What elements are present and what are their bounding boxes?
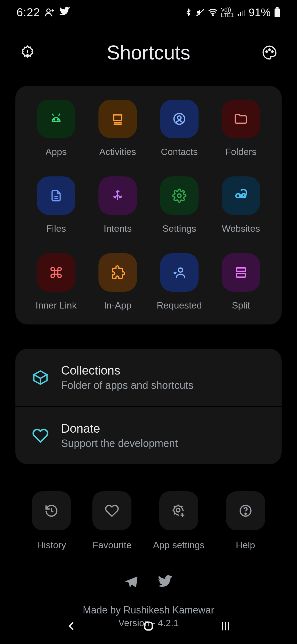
svg-point-12	[269, 49, 270, 51]
stack-icon	[98, 100, 137, 138]
svg-rect-6	[244, 10, 245, 16]
folder-icon	[222, 100, 260, 138]
shortcut-label: Settings	[163, 223, 196, 234]
shortcut-settings[interactable]: Settings	[151, 176, 207, 234]
app-header: Shortcuts	[0, 25, 297, 86]
svg-rect-8	[275, 9, 280, 17]
shortcut-files[interactable]: Files	[28, 176, 84, 234]
shortcut-label: Apps	[45, 146, 67, 157]
svg-point-11	[266, 51, 268, 53]
shortcut-label: Folders	[225, 146, 256, 157]
palette-icon[interactable]	[261, 44, 278, 61]
svg-rect-5	[242, 11, 243, 16]
quick-label: History	[37, 540, 66, 550]
heart-outline-icon	[92, 491, 131, 530]
status-bar: 6:22 Vo))LTE1 91%	[0, 0, 297, 25]
shortcut-label: Websites	[222, 223, 260, 234]
mute-icon	[196, 8, 205, 17]
twitter-footer-icon[interactable]	[158, 575, 173, 591]
puzzle-icon	[98, 253, 137, 292]
shortcut-label: Activities	[99, 146, 136, 157]
arrows-icon	[98, 176, 137, 215]
bluetooth-icon	[184, 8, 193, 17]
row-collections[interactable]: Collections Folder of apps and shortcuts	[15, 349, 282, 406]
shortcuts-card: Apps Activities Contacts Folders Files	[15, 86, 282, 324]
shortcut-inner-link[interactable]: Inner Link	[28, 253, 84, 311]
svg-rect-3	[238, 14, 239, 16]
shortcuts-grid: Apps Activities Contacts Folders Files	[28, 100, 269, 311]
shortcut-folders[interactable]: Folders	[213, 100, 269, 157]
quick-row: History Favourite App settings Help	[15, 491, 282, 550]
split-icon	[222, 253, 260, 292]
command-icon	[37, 253, 75, 292]
contact-icon	[160, 100, 199, 138]
nav-recents[interactable]	[215, 615, 237, 637]
quick-help[interactable]: Help	[226, 491, 265, 550]
svg-point-22	[178, 116, 181, 119]
shortcut-intents[interactable]: Intents	[90, 176, 146, 234]
quick-label: App settings	[153, 540, 204, 550]
svg-line-14	[52, 114, 54, 116]
shortcut-label: Split	[232, 300, 250, 311]
svg-rect-31	[236, 274, 245, 277]
svg-point-25	[178, 194, 181, 198]
quick-label: Help	[236, 540, 255, 550]
battery-percent: 91%	[249, 6, 271, 19]
shortcut-websites[interactable]: Websites	[213, 176, 269, 234]
status-right: Vo))LTE1 91%	[184, 6, 280, 19]
heart-icon	[31, 426, 50, 445]
android-icon	[37, 100, 75, 138]
quick-history[interactable]: History	[32, 491, 71, 550]
shortcut-label: Requested	[157, 300, 202, 311]
shortcut-activities[interactable]: Activities	[90, 100, 146, 157]
list-card: Collections Folder of apps and shortcuts…	[15, 349, 282, 464]
history-icon	[32, 491, 71, 530]
row-text: Donate Support the development	[61, 422, 178, 449]
signal-icon	[237, 8, 245, 17]
android-navbar	[0, 608, 297, 644]
shortcut-apps[interactable]: Apps	[28, 100, 84, 157]
file-icon	[37, 176, 75, 215]
shortcut-label: Contacts	[161, 146, 198, 157]
svg-rect-18	[114, 115, 122, 121]
help-icon	[226, 491, 265, 530]
shortcut-label: Files	[46, 223, 66, 234]
box-icon	[31, 368, 50, 387]
status-time: 6:22	[16, 6, 40, 19]
telegram-icon[interactable]	[124, 575, 139, 591]
wifi-icon	[208, 7, 218, 17]
svg-point-13	[272, 51, 273, 53]
svg-point-17	[57, 119, 59, 120]
twitter-icon	[59, 7, 70, 18]
shortcut-requested[interactable]: Requested	[151, 253, 207, 311]
quick-favourite[interactable]: Favourite	[92, 491, 131, 550]
svg-rect-30	[236, 268, 245, 271]
nav-home[interactable]	[138, 615, 160, 637]
shortcut-contacts[interactable]: Contacts	[151, 100, 207, 157]
svg-point-10	[27, 54, 28, 56]
row-donate[interactable]: Donate Support the development	[15, 406, 282, 464]
gear-icon	[160, 176, 199, 215]
page-title: Shortcuts	[107, 41, 190, 64]
svg-rect-4	[240, 12, 241, 16]
quick-label: Favourite	[93, 540, 132, 550]
person-star-icon	[160, 253, 199, 292]
shortcut-split[interactable]: Split	[213, 253, 269, 311]
nav-back[interactable]	[61, 615, 82, 637]
row-text: Collections Folder of apps and shortcuts	[61, 364, 194, 391]
row-title: Donate	[61, 422, 178, 435]
svg-point-0	[47, 9, 50, 12]
shortcut-label: Intents	[104, 223, 132, 234]
row-sub: Folder of apps and shortcuts	[61, 380, 194, 391]
battery-icon	[274, 7, 280, 18]
gear-plus-icon	[159, 491, 198, 530]
lte-label: Vo))LTE1	[221, 7, 234, 18]
svg-point-2	[212, 15, 213, 16]
new-badge-icon[interactable]	[19, 44, 36, 61]
link-icon	[222, 176, 260, 215]
svg-point-29	[178, 268, 183, 272]
shortcut-in-app[interactable]: In-App	[90, 253, 146, 311]
svg-point-32	[176, 508, 180, 512]
svg-point-34	[245, 513, 246, 514]
quick-app-settings[interactable]: App settings	[153, 491, 204, 550]
